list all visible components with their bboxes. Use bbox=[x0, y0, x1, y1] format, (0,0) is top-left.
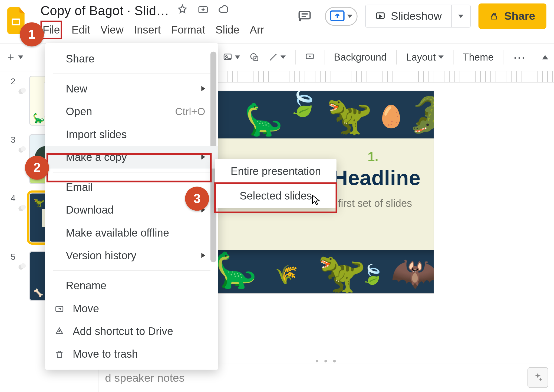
star-icon[interactable] bbox=[177, 4, 188, 18]
menu-item-move-to-trash[interactable]: Move to trash bbox=[45, 343, 218, 366]
toolbar-theme[interactable]: Theme bbox=[463, 51, 494, 63]
callout-badge-1: 1 bbox=[20, 22, 44, 46]
toolbar-overflow-icon[interactable]: ⋯ bbox=[513, 50, 526, 64]
menu-item-new[interactable]: New bbox=[45, 77, 218, 100]
menu-item-open[interactable]: OpenCtrl+O bbox=[45, 100, 218, 123]
svg-point-13 bbox=[21, 88, 26, 93]
menu-item-version-history[interactable]: Version history bbox=[45, 244, 218, 267]
mouse-cursor-icon bbox=[312, 194, 321, 205]
menu-separator bbox=[53, 74, 210, 74]
document-title[interactable]: Copy of Bagot · Slid… bbox=[41, 4, 169, 18]
present-button[interactable] bbox=[325, 7, 358, 26]
slideshow-button-group: Slideshow bbox=[365, 5, 471, 27]
transition-icon bbox=[18, 262, 27, 271]
menu-separator bbox=[53, 172, 210, 172]
svg-point-15 bbox=[21, 146, 26, 151]
menu-format[interactable]: Format bbox=[170, 22, 206, 38]
cloud-status-icon[interactable] bbox=[218, 4, 229, 18]
slideshow-button[interactable]: Slideshow bbox=[366, 5, 451, 27]
thumb-index: 5 bbox=[4, 251, 16, 262]
share-button[interactable]: Share bbox=[478, 4, 546, 29]
menubar: File Edit View Insert Format Slide Arr bbox=[41, 21, 265, 39]
menu-item-make-a-copy[interactable]: Make a copy bbox=[45, 146, 218, 168]
toolbar-layout[interactable]: Layout bbox=[406, 51, 443, 63]
svg-point-17 bbox=[21, 205, 26, 210]
share-label: Share bbox=[504, 9, 535, 23]
menu-arrange-truncated[interactable]: Arr bbox=[249, 22, 265, 38]
menu-item-make-available-offline[interactable]: Make available offline bbox=[45, 221, 218, 244]
toolbar-background[interactable]: Background bbox=[334, 51, 387, 63]
menu-slide[interactable]: Slide bbox=[215, 22, 240, 38]
present-caret-icon bbox=[347, 14, 352, 18]
shape-tool[interactable] bbox=[249, 52, 259, 62]
comments-icon[interactable] bbox=[292, 4, 317, 29]
comment-tool[interactable] bbox=[305, 52, 315, 62]
new-slide-tool[interactable] bbox=[6, 52, 23, 62]
drive-shortcut-icon bbox=[54, 327, 65, 336]
thumb-index: 3 bbox=[4, 134, 16, 145]
thumb-index: 4 bbox=[4, 193, 16, 204]
svg-rect-3 bbox=[299, 11, 310, 19]
thumb-index: 2 bbox=[4, 76, 16, 87]
menu-item-import-slides[interactable]: Import slides bbox=[45, 123, 218, 146]
menu-insert[interactable]: Insert bbox=[133, 22, 162, 38]
slideshow-caret[interactable] bbox=[451, 5, 470, 27]
app-header: Copy of Bagot · Slid… File Edit View Ins… bbox=[0, 0, 554, 43]
svg-rect-1 bbox=[13, 20, 19, 24]
callout-badge-3: 3 bbox=[185, 187, 209, 211]
shortcut-label: Ctrl+O bbox=[175, 105, 205, 118]
image-tool[interactable] bbox=[223, 52, 240, 62]
svg-point-19 bbox=[21, 263, 26, 268]
explore-button[interactable] bbox=[527, 367, 548, 388]
menu-view[interactable]: View bbox=[100, 22, 124, 38]
transition-icon bbox=[18, 145, 27, 154]
trash-icon bbox=[54, 349, 65, 359]
menu-item-share[interactable]: Share bbox=[45, 47, 218, 70]
move-to-folder-icon[interactable] bbox=[198, 4, 209, 18]
menu-item-add-shortcut[interactable]: Add shortcut to Drive bbox=[45, 320, 218, 343]
line-tool[interactable] bbox=[268, 52, 286, 62]
collapse-toolbar-icon[interactable] bbox=[542, 55, 548, 59]
transition-icon bbox=[18, 87, 27, 95]
menu-item-move[interactable]: Move bbox=[45, 297, 218, 320]
folder-move-icon bbox=[54, 304, 65, 313]
callout-badge-2: 2 bbox=[25, 156, 49, 180]
menu-separator bbox=[53, 270, 210, 271]
slideshow-label: Slideshow bbox=[391, 9, 442, 23]
submenu-entire-presentation[interactable]: Entire presentation bbox=[215, 159, 337, 184]
transition-icon bbox=[18, 204, 27, 212]
menu-edit[interactable]: Edit bbox=[71, 22, 91, 38]
menu-item-rename[interactable]: Rename bbox=[45, 274, 218, 297]
